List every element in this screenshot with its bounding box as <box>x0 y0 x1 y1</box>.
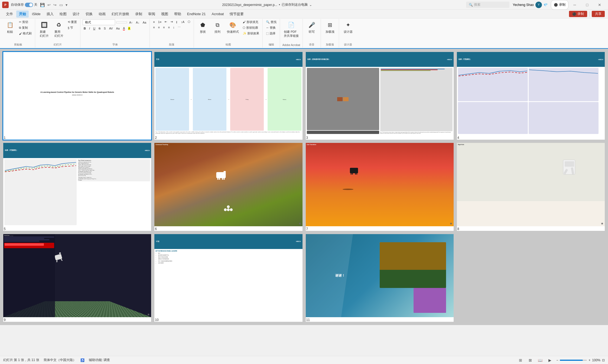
highlight-button[interactable]: A <box>127 26 131 31</box>
present-icon[interactable]: ▭ <box>59 3 63 7</box>
addins-button[interactable]: ⊞ 加载项 <box>323 19 337 35</box>
slide-item-8[interactable]: High Kick 8 ★ <box>457 143 605 231</box>
text-columns-button[interactable]: ⫿ <box>175 19 179 24</box>
cut-button[interactable]: ✂剪切 <box>18 19 33 25</box>
zoom-in-button[interactable]: + <box>589 358 590 362</box>
menu-insert[interactable]: 插入 <box>44 11 56 18</box>
line-spacing-button[interactable]: ↕ <box>172 25 176 29</box>
bold-button[interactable]: B <box>83 26 87 31</box>
italic-button[interactable]: I <box>88 26 91 31</box>
numbering-button[interactable]: 1≡ <box>157 19 163 24</box>
dropdown-chevron[interactable]: ⌄ <box>309 3 312 7</box>
slide-item-1[interactable]: A Learning-based Control Pipeline for Ge… <box>3 52 151 140</box>
search-box[interactable]: 🔍 搜索 <box>466 2 509 8</box>
menu-draw[interactable]: 绘图 <box>57 11 69 18</box>
select-button[interactable]: ⬚ 选择 <box>265 31 277 36</box>
menu-animation[interactable]: 动画 <box>96 11 108 18</box>
slide-item-10[interactable]: 计划 ✕MECH 基于动作模仿的足式机器人运动控制 探讨 提供背景与软硬件平台 … <box>154 234 302 322</box>
autosave-toggle[interactable] <box>25 3 33 7</box>
slide4-logo: ✕MECH <box>598 59 603 60</box>
font-color-button[interactable]: A <box>122 26 126 31</box>
find-button[interactable]: 🔍 查找 <box>265 19 278 25</box>
menu-design[interactable]: 设计 <box>70 11 82 18</box>
close-button[interactable]: ✕ <box>593 0 606 10</box>
dictate-button[interactable]: 🎤 听写 <box>305 19 318 35</box>
normal-view-button[interactable]: ⊞ <box>517 357 524 363</box>
menu-storyboard[interactable]: 情节提要 <box>227 11 246 18</box>
arrange-button[interactable]: ⧉ 排列 <box>211 19 224 35</box>
slide-item-9[interactable]: forward Jump forward Jump <box>3 234 151 322</box>
format-painter-button[interactable]: 🖌格式刷 <box>18 31 33 36</box>
underline-button[interactable]: U <box>92 26 96 31</box>
clear-format-button[interactable]: Aa <box>142 20 147 25</box>
zoom-out-button[interactable]: − <box>556 358 558 362</box>
slide-item-2[interactable]: 方法 ✕MECH Dataset → Motion → Policy → De <box>154 52 302 140</box>
align-center-button[interactable]: ≡ <box>157 25 161 29</box>
minimize-button[interactable]: ─ <box>568 0 581 10</box>
font-name-selector[interactable]: 格式 <box>83 19 115 25</box>
redo-icon[interactable]: ↪ <box>53 3 57 7</box>
menu-transition[interactable]: 切换 <box>83 11 95 18</box>
replace-button[interactable]: ↔ 替换 <box>265 25 277 30</box>
menu-view[interactable]: 视图 <box>158 11 171 18</box>
menu-endnote[interactable]: EndNote 21 <box>184 11 209 17</box>
menu-file[interactable]: 文件 <box>3 11 16 18</box>
share-button[interactable]: 共享 <box>592 11 605 17</box>
create-pdf-button[interactable]: 📄 创建 PDF并共享链接 <box>282 19 300 39</box>
designer-button[interactable]: ✦ 设计器 <box>341 19 355 35</box>
font-size-decrease-button[interactable]: A↓ <box>135 20 141 25</box>
convert-to-smartart-button[interactable]: ⬡ <box>187 19 191 24</box>
menu-islide[interactable]: iSlide <box>29 11 43 17</box>
justify-button[interactable]: ≡ <box>167 25 171 29</box>
shapes-button[interactable]: ⬟ 形状 <box>196 19 210 35</box>
addins-label: 加载项 <box>326 30 334 34</box>
presenter-view-button[interactable]: ▶ <box>547 357 553 363</box>
zoom-slider[interactable] <box>560 360 587 361</box>
increase-indent-button[interactable]: ⇥ <box>169 19 174 24</box>
shape-effects-button[interactable]: ✨ 形状效果 <box>242 31 260 36</box>
slide-item-4[interactable]: 结果（可预测性） ✕MECH <box>457 52 605 140</box>
text-direction-button[interactable]: ↕A <box>180 19 186 24</box>
record-button[interactable]: ⚫ 录制 <box>569 11 587 17</box>
maximize-button[interactable]: □ <box>581 0 593 10</box>
reset-button[interactable]: ⟲重置 <box>67 19 78 25</box>
reuse-slide-button[interactable]: ♻ 重用幻灯片 <box>52 19 66 39</box>
dropdown-icon[interactable]: ▾ <box>65 3 68 7</box>
menu-acrobat[interactable]: Acrobat <box>209 11 226 17</box>
new-slide-button[interactable]: 🔲 新建幻灯片 <box>37 19 51 39</box>
bullets-button[interactable]: ≡ <box>152 19 156 24</box>
slide-item-6[interactable]: Command Tracking ↑ <box>154 143 302 231</box>
more-para-button[interactable]: ⋯ <box>177 25 182 29</box>
reading-view-button[interactable]: 📖 <box>537 357 543 363</box>
zoom-fit-button[interactable]: ⊡ <box>602 358 605 362</box>
menu-home[interactable]: 开始 <box>16 11 29 18</box>
slide-item-3[interactable]: 结果（控制器表现与实物迁移） ✕MECH <box>306 52 454 140</box>
shadow-button[interactable]: S <box>103 26 107 31</box>
font-size-increase-button[interactable]: A↑ <box>128 20 134 25</box>
slide-item-11[interactable]: 谢谢！ 11 <box>306 234 454 322</box>
save-icon[interactable]: 💾 <box>40 3 45 7</box>
strikethrough-button[interactable]: S <box>97 26 102 31</box>
decrease-indent-button[interactable]: ⇤ <box>164 19 168 24</box>
section-button[interactable]: §节 <box>67 25 78 30</box>
slide-item-7[interactable]: Gait Transition 7 ★ <box>306 143 454 231</box>
shape-outline-button[interactable]: ⬡ 形状轮廓 <box>242 25 260 30</box>
paste-button[interactable]: 📋 粘贴 <box>3 19 17 35</box>
slide-item-5[interactable]: 结果（可预测性） ✕MECH <box>3 143 151 231</box>
align-left-button[interactable]: ≡ <box>152 25 156 29</box>
share-label: 共享 <box>595 12 602 16</box>
record-cam-button[interactable]: ⚫ 录制 <box>551 0 568 10</box>
undo-icon[interactable]: ↩ <box>47 3 51 7</box>
copy-button[interactable]: ⧉复制 <box>18 25 33 30</box>
shape-fill-button[interactable]: 🖌 形状填充 <box>242 19 260 25</box>
menu-review[interactable]: 审阅 <box>145 11 158 18</box>
font-case-button[interactable]: Aa <box>115 26 121 31</box>
font-size-selector[interactable] <box>116 22 127 23</box>
slide-sorter-button[interactable]: ⊠ <box>527 357 534 363</box>
menu-slideshow[interactable]: 幻灯片放映 <box>109 11 132 18</box>
menu-help[interactable]: 帮助 <box>171 11 184 18</box>
quick-styles-button[interactable]: 🎨 快速样式 <box>225 19 240 35</box>
char-spacing-button[interactable]: AV <box>108 26 114 31</box>
align-right-button[interactable]: ≡ <box>162 25 166 29</box>
menu-record[interactable]: 录制 <box>132 11 145 18</box>
